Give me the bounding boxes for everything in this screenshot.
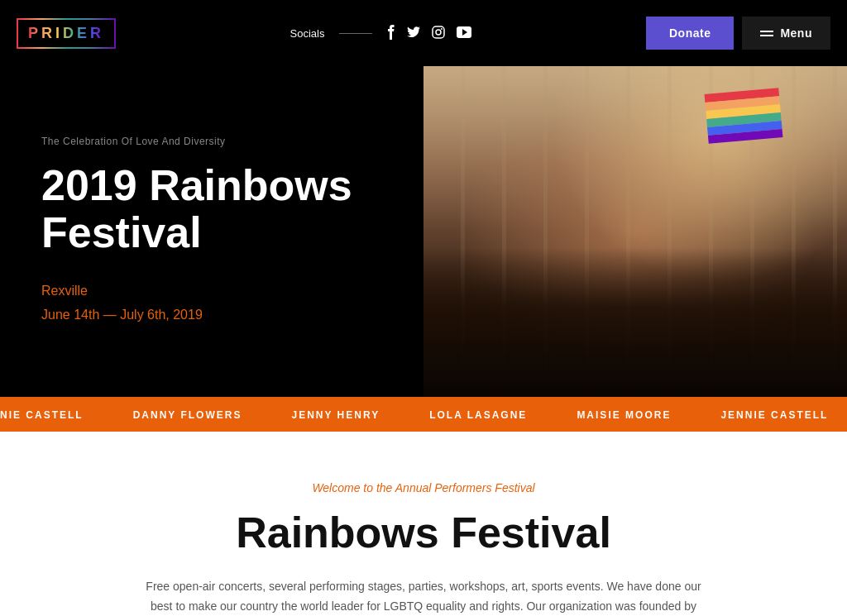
hero-dates: June 14th — July 6th, 2019 (41, 308, 203, 322)
menu-label: Menu (780, 26, 812, 40)
section-title: Rainbows Festival (236, 508, 611, 557)
ticker-item: JENNY HENRY (291, 409, 380, 421)
menu-button[interactable]: Menu (742, 17, 830, 50)
hero-image (424, 66, 847, 397)
logo-box: PRIDER (17, 18, 116, 49)
main-section: Welcome to the Annual Performers Festiva… (0, 432, 847, 616)
twitter-icon[interactable] (407, 26, 420, 41)
donate-button[interactable]: Donate (646, 17, 734, 50)
ticker-strip: NIE CASTELL DANNY FLOWERS JENNY HENRY LO… (0, 397, 847, 432)
youtube-icon[interactable] (457, 26, 471, 41)
ticker-item: MAISIE MOORE (577, 409, 671, 421)
hamburger-icon (760, 31, 773, 36)
hero-title: 2019 Rainbows Festival (41, 162, 382, 256)
facebook-icon[interactable] (387, 25, 395, 42)
header: PRIDER Socials Donate Menu (0, 0, 847, 66)
hero-right (424, 66, 847, 397)
hero-section: The Celebration Of Love And Diversity 20… (0, 66, 847, 397)
hero-location: Rexville June 14th — July 6th, 2019 (41, 279, 382, 327)
ticker-inner: NIE CASTELL DANNY FLOWERS JENNY HENRY LO… (0, 409, 847, 421)
ticker-item: NIE CASTELL (0, 409, 84, 421)
svg-point-2 (441, 28, 443, 30)
hero-city: Rexville (41, 284, 88, 298)
socials-divider (339, 33, 372, 34)
hero-subtitle: The Celebration Of Love And Diversity (41, 136, 382, 147)
socials-label: Socials (290, 27, 325, 40)
nav-socials: Socials (290, 25, 472, 42)
hero-left: The Celebration Of Love And Diversity 20… (0, 66, 424, 397)
crowd-silhouette (424, 248, 847, 397)
svg-rect-0 (433, 26, 444, 38)
section-subtitle: Welcome to the Annual Performers Festiva… (312, 481, 534, 494)
svg-point-1 (436, 30, 441, 35)
ticker-item: DANNY FLOWERS (133, 409, 242, 421)
rainbow-flag (705, 88, 783, 144)
header-right: Donate Menu (646, 17, 830, 50)
logo: PRIDER (28, 25, 104, 42)
ticker-item: LOLA LASAGNE (429, 409, 527, 421)
section-body: Free open-air concerts, several performi… (134, 577, 713, 616)
instagram-icon[interactable] (432, 26, 445, 41)
ticker-item: JENNIE CASTELL (720, 409, 828, 421)
